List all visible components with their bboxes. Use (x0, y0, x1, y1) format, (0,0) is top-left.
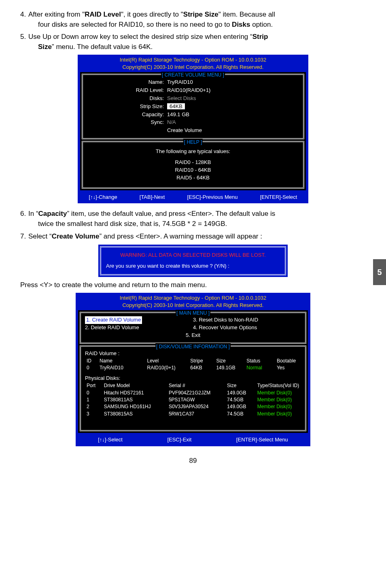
bios-main-menu: Intel(R) Rapid Storage Technology - Opti… (76, 293, 310, 446)
menu-create-raid[interactable]: 1. Create RAID Volume (85, 316, 142, 324)
instruction-list: 4. After exiting from "RAID Level", it g… (20, 10, 366, 52)
instruction-list-2: 6. In “Capacity” item, use the default v… (20, 209, 366, 241)
main-menu-box: [ MAIN MENU ] 1. Create RAID Volume 2. D… (80, 312, 306, 344)
menu-recover-volume[interactable]: 4. Recover Volume Options (193, 324, 301, 332)
raid-volume-table: ID Name Level Stripe Size Status Bootabl… (85, 358, 301, 372)
after-warning-text: Press <Y> to create the volume and retur… (20, 280, 366, 290)
step-5: 5. Use Up or Down arrow key to select th… (20, 32, 366, 52)
bios-header: Intel(R) Rapid Storage Technology - Opti… (78, 55, 308, 72)
bios-footer: [↑↓]-Change [TAB]-Next [ESC]-Previous Me… (78, 193, 308, 204)
create-volume-box: [ CREATE VOLUME MENU ] Name:TryRAID10 RA… (82, 74, 304, 139)
bios-create-volume: Intel(R) Rapid Storage Technology - Opti… (78, 55, 308, 204)
help-box: [ HELP ] The following are typical value… (82, 141, 304, 188)
menu-exit[interactable]: 5. Exit (85, 332, 301, 339)
disk-volume-info-box: [ DISK/VOLUME INFORMATION ] RAID Volume … (80, 345, 306, 431)
chapter-tab: 5 (373, 259, 386, 285)
menu-delete-raid[interactable]: 2. Delete RAID Volume (85, 324, 193, 332)
warning-dialog: WARNING: ALL DATA ON SELECTED DISKS WILL… (98, 245, 288, 277)
page-number: 89 (0, 454, 386, 468)
bios-header-2: Intel(R) Rapid Storage Technology - Opti… (76, 293, 310, 311)
strip-size-selected[interactable]: 64KB (167, 103, 185, 109)
step-6: 6. In “Capacity” item, use the default v… (20, 209, 366, 229)
menu-reset-disks[interactable]: 3. Reset Disks to Non-RAID (193, 316, 301, 324)
bios-footer-2: [↑↓]-Select [ESC]-Exit [ENTER]-Select Me… (76, 435, 310, 446)
step-7: 7. Select “Create Volume” and press <Ent… (20, 232, 366, 242)
step-4: 4. After exiting from "RAID Level", it g… (20, 10, 366, 30)
physical-disks-table: Port Drive Model Serial # Size Type/Stat… (85, 382, 301, 418)
